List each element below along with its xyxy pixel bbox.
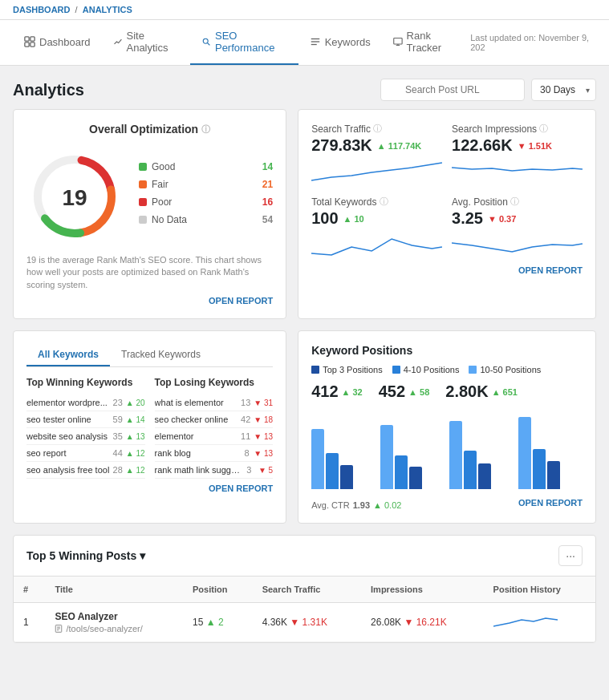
stat-top3: 412 ▲ 32 <box>311 382 363 401</box>
tab-all-keywords[interactable]: All Keywords <box>26 344 110 366</box>
svg-point-4 <box>203 38 208 43</box>
bar-top-2 <box>409 467 422 489</box>
positions-bar-chart <box>311 409 583 489</box>
col-position: Position <box>183 577 253 603</box>
svg-rect-3 <box>30 42 35 47</box>
table-row: 1 SEO Analyzer /tools/seo-analyzer/ 15 ▲… <box>14 603 595 642</box>
legend-good-count: 14 <box>262 161 273 172</box>
svg-line-5 <box>208 42 210 45</box>
gauge-score: 19 <box>62 185 87 211</box>
chart-bar-icon <box>113 36 123 47</box>
page-title: Analytics <box>13 81 84 99</box>
row-traffic: 4.36K ▼ 1.31K <box>253 603 361 642</box>
bar-low-3 <box>449 421 462 489</box>
traffic-open-report[interactable]: OPEN REPORT <box>311 265 583 275</box>
bar-group-4 <box>518 417 583 489</box>
positions-legend: Top 3 Positions 4-10 Positions 10-50 Pos… <box>311 365 583 374</box>
bar-low-4 <box>518 417 531 489</box>
legend-item-nodata: No Data 54 <box>139 214 273 225</box>
search-traffic-card: Search Traffic ⓘ 279.83K ▲ 117.74K <box>298 109 596 319</box>
dashboard-icon <box>24 36 35 47</box>
info-icon-4: ⓘ <box>510 196 519 208</box>
more-options-button[interactable]: ··· <box>558 545 583 566</box>
kw-losing-4: rank blog 8 ▼ 13 <box>155 445 274 462</box>
top-posts-header: Top 5 Winning Posts ▾ ··· <box>14 536 595 577</box>
metric-keywords-value: 100 ▲ 10 <box>311 209 442 228</box>
tab-rank-tracker[interactable]: Rank Tracker <box>382 20 470 65</box>
bar-group-1 <box>311 429 376 489</box>
keyword-tabs: All Keywords Tracked Keywords <box>26 344 273 367</box>
kw-losing-2: seo checker online 42 ▼ 18 <box>155 411 274 428</box>
losing-keywords-col: Top Losing Keywords what is elementor 13… <box>155 377 274 479</box>
kw-winning-5: seo analysis free tool 28 ▲ 12 <box>26 462 145 479</box>
winning-keywords-col: Top Winning Keywords elementor wordpre..… <box>26 377 145 479</box>
search-traffic-chart <box>311 158 442 186</box>
metric-avg-position: Avg. Position ⓘ 3.25 ▼ 0.37 <box>452 196 583 259</box>
avg-ctr: Avg. CTR 1.93 ▲ 0.02 <box>311 500 401 510</box>
tab-seo-performance[interactable]: SEO Performance <box>190 20 298 65</box>
tab-dashboard[interactable]: Dashboard <box>13 20 102 65</box>
legend-item-fair: Fair 21 <box>139 179 273 190</box>
tab-keywords[interactable]: Keywords <box>298 20 382 65</box>
metric-total-keywords: Total Keywords ⓘ 100 ▲ 10 <box>311 196 442 259</box>
opt-open-report[interactable]: OPEN REPORT <box>26 296 273 305</box>
keywords-panel-card: All Keywords Tracked Keywords Top Winnin… <box>13 330 286 524</box>
metrics-grid: Search Traffic ⓘ 279.83K ▲ 117.74K <box>311 123 583 259</box>
metric-position-label: Avg. Position ⓘ <box>452 196 583 208</box>
legend-1050: 10-50 Positions <box>469 365 541 374</box>
info-icon: ⓘ <box>373 123 382 135</box>
col-impressions: Impressions <box>361 577 484 603</box>
bar-group-3 <box>449 421 514 489</box>
stat-1050: 2.80K ▲ 651 <box>445 382 518 401</box>
search-input[interactable] <box>380 79 525 101</box>
top-posts-section: Top 5 Winning Posts ▾ ··· # Title Positi… <box>13 535 596 643</box>
kw-winning-2: seo tester online 59 ▲ 14 <box>26 411 145 428</box>
bar-mid-4 <box>533 449 546 489</box>
days-wrapper: 30 Days 7 Days 90 Days <box>531 79 596 101</box>
post-title: SEO Analyzer <box>55 611 173 622</box>
last-updated-text: Last updated on: November 9, 202 <box>470 33 596 52</box>
overall-optimization-card: Overall Optimization ⓘ 19 <box>13 109 286 319</box>
opt-description: 19 is the average Rank Math's SEO score.… <box>26 254 273 291</box>
losing-col-title: Top Losing Keywords <box>155 377 274 388</box>
days-select[interactable]: 30 Days 7 Days 90 Days <box>531 79 596 101</box>
opt-content: 19 Good 14 Fair 21 Poor 16 <box>26 148 273 245</box>
col-num: # <box>14 577 45 603</box>
col-title: Title <box>45 577 183 603</box>
positions-open-report[interactable]: OPEN REPORT <box>518 498 583 508</box>
keyword-columns: Top Winning Keywords elementor wordpre..… <box>26 377 273 479</box>
bar-low-2 <box>380 425 393 489</box>
kw-losing-3: elementor 11 ▼ 13 <box>155 428 274 445</box>
legend-top3: Top 3 Positions <box>311 365 383 374</box>
legend-item-good: Good 14 <box>139 161 273 172</box>
svg-rect-9 <box>393 38 401 44</box>
legend-fair-count: 21 <box>262 179 273 190</box>
bar-top-1 <box>340 465 353 489</box>
info-icon-2: ⓘ <box>539 123 548 135</box>
keywords-chart <box>311 231 442 259</box>
metric-keywords-label: Total Keywords ⓘ <box>311 196 442 208</box>
breadcrumb-current: ANALYTICS <box>83 5 132 14</box>
impressions-chart <box>452 158 583 186</box>
row-1: Overall Optimization ⓘ 19 <box>13 109 596 319</box>
breadcrumb: DASHBOARD / ANALYTICS <box>0 0 609 20</box>
row-position: 15 ▲ 2 <box>183 603 253 642</box>
breadcrumb-parent: DASHBOARD <box>13 5 71 14</box>
main-content: Overall Optimization ⓘ 19 <box>0 109 609 656</box>
kw-losing-1: what is elementor 13 ▼ 31 <box>155 395 274 411</box>
keyword-positions-card: Keyword Positions Top 3 Positions 4-10 P… <box>298 330 596 524</box>
svg-rect-2 <box>25 42 29 47</box>
kw-open-report[interactable]: OPEN REPORT <box>26 484 273 493</box>
bar-mid-2 <box>395 455 408 489</box>
list-icon <box>310 36 321 47</box>
legend-410: 4-10 Positions <box>392 365 460 374</box>
page-header: Analytics 30 Days 7 Days 90 Days <box>0 66 609 109</box>
tab-tracked-keywords[interactable]: Tracked Keywords <box>110 344 212 366</box>
file-icon <box>55 625 63 633</box>
nav-tabs-list: Dashboard Site Analytics SEO Performance… <box>13 20 470 65</box>
seo-icon <box>201 36 211 47</box>
kw-winning-4: seo report 44 ▲ 12 <box>26 445 145 462</box>
metric-search-traffic: Search Traffic ⓘ 279.83K ▲ 117.74K <box>311 123 442 186</box>
tab-site-analytics[interactable]: Site Analytics <box>102 20 190 65</box>
history-sparkline <box>493 612 558 631</box>
